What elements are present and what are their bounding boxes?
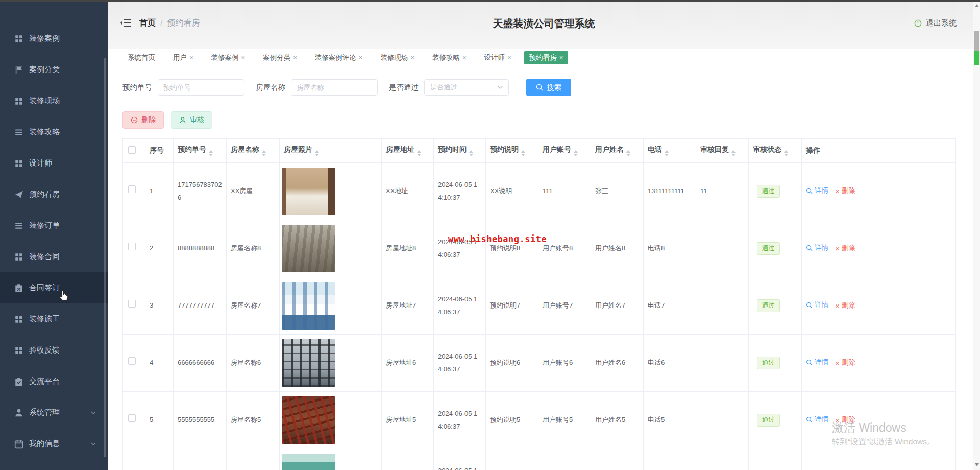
sort-carets[interactable] [574, 150, 578, 156]
sidebar-item[interactable]: 装修现场 [0, 85, 108, 116]
tab[interactable]: 装修案例× [206, 51, 251, 64]
column-header-label: 预约时间 [438, 145, 467, 153]
scroll-up-arrow-icon[interactable] [975, 4, 979, 7]
sort-carets[interactable] [665, 150, 669, 156]
tab[interactable]: 设计师× [479, 51, 517, 64]
search-icon [806, 359, 813, 366]
sort-carets[interactable] [626, 150, 630, 156]
phone-cell: 电话7 [644, 277, 696, 335]
sidebar-item[interactable]: 交流平台 [0, 366, 108, 397]
column-header[interactable]: 预约单号 [174, 139, 227, 163]
username-cell: 张三 [591, 163, 644, 220]
sort-carets[interactable] [315, 150, 319, 156]
sidebar-item[interactable]: 装修案例 [0, 23, 108, 54]
column-header[interactable]: 预约说明 [486, 139, 538, 163]
chevron-down-icon [497, 84, 503, 90]
audit-button-label: 审核 [190, 115, 204, 125]
sidebar-item[interactable]: 我的信息 [0, 428, 108, 459]
row-checkbox[interactable] [128, 243, 136, 250]
row-checkbox[interactable] [128, 357, 136, 365]
tab[interactable]: 预约看房× [524, 51, 569, 64]
tab[interactable]: 用户× [168, 51, 199, 64]
column-header[interactable]: 用户账号 [538, 139, 591, 163]
house-name-cell: XX房屋 [227, 163, 280, 220]
delete-button[interactable]: 删除 [122, 111, 164, 129]
row-checkbox[interactable] [128, 185, 136, 193]
tab[interactable]: 系统首页 [122, 51, 160, 64]
column-header[interactable]: 电话 [644, 139, 696, 163]
sidebar-item[interactable]: 装修攻略 [0, 116, 108, 148]
detail-link[interactable]: 详情 [806, 356, 828, 369]
sort-carets[interactable] [262, 150, 266, 156]
select-all-checkbox[interactable] [128, 146, 136, 154]
audit-button[interactable]: 审核 [171, 111, 212, 129]
username-cell: 用户姓名8 [591, 220, 644, 277]
sort-carets[interactable] [209, 150, 213, 156]
scrollbar-thumb[interactable] [974, 31, 979, 51]
detail-link[interactable]: 详情 [806, 184, 828, 197]
tab-close-icon[interactable]: × [462, 54, 467, 61]
sidebar-item[interactable]: 装修订单 [0, 210, 108, 241]
sort-carets[interactable] [469, 150, 473, 156]
page-scrollbar[interactable] [973, 2, 980, 470]
order-no-input[interactable] [158, 79, 244, 96]
sidebar-item[interactable]: 合同签订 [0, 272, 108, 303]
appointment-table-head-row: 序号预约单号房屋名称房屋照片房屋地址预约时间预约说明用户账号用户姓名电话审核回复… [123, 139, 956, 163]
tab[interactable]: 装修攻略× [427, 51, 472, 64]
sidebar-item[interactable]: 系统管理 [0, 397, 108, 428]
detail-link[interactable]: 详情 [806, 299, 828, 312]
delete-link[interactable]: ×删除 [835, 357, 855, 369]
search-button[interactable]: 搜索 [526, 79, 571, 96]
sidebar-item[interactable]: 验收反馈 [0, 335, 108, 366]
detail-link[interactable]: 详情 [806, 413, 828, 426]
house-name-cell: 房屋名称6 [227, 335, 280, 392]
tab-label: 预约看房 [529, 53, 557, 62]
tab-close-icon[interactable]: × [507, 54, 511, 61]
row-select-cell [123, 449, 145, 470]
close-icon: × [835, 359, 840, 367]
tab-close-icon[interactable]: × [410, 54, 414, 61]
column-header[interactable]: 审核回复 [696, 139, 749, 163]
tab-close-icon[interactable]: × [293, 54, 297, 61]
scrollbar-green-marker [974, 51, 979, 65]
delete-link[interactable]: ×删除 [835, 185, 855, 198]
sidebar-item[interactable]: 装修施工 [0, 303, 108, 335]
search-icon [806, 302, 813, 309]
delete-link[interactable]: ×删除 [835, 242, 855, 255]
column-header[interactable]: 用户姓名 [591, 139, 644, 163]
tab-close-icon[interactable]: × [359, 54, 363, 61]
sidebar-item[interactable]: 案例分类 [0, 54, 108, 85]
tab-close-icon[interactable]: × [559, 54, 564, 61]
logout-button[interactable]: 退出系统 [914, 18, 957, 28]
search-form: 预约单号 房屋名称 是否通过 是否通过 搜索 [122, 79, 980, 96]
column-header[interactable]: 审核状态 [749, 139, 802, 163]
sort-carets[interactable] [784, 150, 788, 156]
sidebar-item-label: 验收反馈 [29, 345, 60, 355]
sidebar-item[interactable]: 预约看房 [0, 179, 108, 210]
row-checkbox[interactable] [128, 300, 136, 308]
grid-icon [14, 159, 23, 168]
pass-filter-select[interactable]: 是否通过 [424, 79, 509, 96]
send-icon [14, 190, 23, 199]
column-header[interactable]: 房屋照片 [280, 139, 382, 163]
column-header[interactable]: 预约时间 [434, 139, 486, 163]
column-header[interactable]: 房屋地址 [382, 139, 434, 163]
sidebar-item[interactable]: 装修合同 [0, 241, 108, 272]
sort-carets[interactable] [417, 150, 421, 156]
tab-close-icon[interactable]: × [189, 54, 193, 61]
detail-link[interactable]: 详情 [806, 242, 828, 254]
house-name-input[interactable] [291, 79, 378, 96]
tab[interactable]: 案例分类× [258, 51, 302, 64]
row-checkbox[interactable] [128, 414, 136, 422]
sort-carets[interactable] [731, 150, 736, 156]
sort-carets[interactable] [521, 150, 525, 156]
tab-close-icon[interactable]: × [241, 54, 246, 61]
delete-link[interactable]: ×删除 [835, 299, 855, 312]
tab[interactable]: 装修现场× [375, 51, 420, 64]
sidebar-item[interactable]: 设计师 [0, 148, 108, 179]
column-header[interactable]: 房屋名称 [227, 139, 280, 163]
time-cell: 2024-06-05 14:06:37 [434, 449, 486, 470]
tab[interactable]: 装修案例评论× [310, 51, 368, 64]
sidebar-scrollbar-thumb[interactable] [104, 58, 106, 457]
scroll-down-arrow-icon[interactable] [975, 463, 979, 466]
